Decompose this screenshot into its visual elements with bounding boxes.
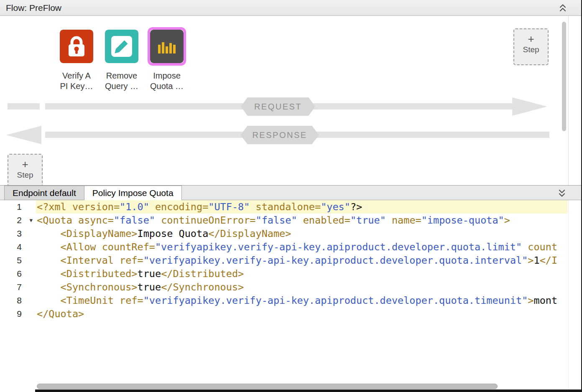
code-line-6[interactable]: 6 <Distributed>true</Distributed> <box>0 267 582 280</box>
line-gutter: 4 <box>0 240 36 254</box>
request-flow-line-start <box>8 103 40 109</box>
code-line-text: <?xml version="1.0" encoding="UTF-8" sta… <box>36 200 567 214</box>
code-line-text: </Quota> <box>36 307 567 321</box>
line-gutter: 1 <box>0 200 36 214</box>
code-line-4[interactable]: 4 <Allow countRef="verifyapikey.verify-a… <box>0 240 582 254</box>
window-edge-bottom <box>35 389 582 392</box>
plus-icon: + <box>22 159 28 170</box>
bars-icon <box>150 30 184 63</box>
line-gutter: 2▾ <box>0 214 36 227</box>
line-gutter: 3 <box>0 227 36 240</box>
tab-strip: Endpoint defaultPolicy Impose Quota <box>4 186 182 200</box>
code-lines: 1<?xml version="1.0" encoding="UTF-8" st… <box>0 200 582 321</box>
code-line-2[interactable]: 2▾<Quota async="false" continueOnError="… <box>0 214 582 227</box>
tab-endpoint-default[interactable]: Endpoint default <box>4 186 84 200</box>
policy-remove-query-param[interactable]: RemoveQuery … <box>105 30 138 63</box>
line-gutter: 7 <box>0 280 36 294</box>
code-line-text: <Synchronous>true</Synchronous> <box>36 280 567 294</box>
line-number: 8 <box>17 294 22 307</box>
flow-title-bar: Flow: PreFlow <box>0 0 582 16</box>
request-label: REQUEST <box>254 102 302 112</box>
code-line-text: <TimeUnit ref="verifyapikey.verify-api-k… <box>36 294 567 307</box>
lock-icon <box>60 30 93 63</box>
code-line-5[interactable]: 5 <Interval ref="verifyapikey.verify-api… <box>0 254 582 267</box>
policy-verify-api-key[interactable]: Verify API Key… <box>60 30 93 63</box>
code-line-text: <Allow countRef="verifyapikey.verify-api… <box>36 240 567 254</box>
response-label: RESPONSE <box>252 130 307 140</box>
code-editor[interactable]: 1<?xml version="1.0" encoding="UTF-8" st… <box>0 200 582 392</box>
collapse-editor-panel-button[interactable] <box>558 188 566 199</box>
line-number: 1 <box>17 200 22 214</box>
editor-right-divider <box>568 200 569 392</box>
pencil-icon <box>105 30 138 63</box>
step-label: Step <box>17 171 33 180</box>
line-number: 5 <box>17 254 22 267</box>
code-line-text: <Interval ref="verifyapikey.verify-api-k… <box>36 254 567 267</box>
plus-icon: + <box>528 33 534 44</box>
flow-vertical-scrollbar-thumb[interactable] <box>562 22 566 131</box>
step-label: Step <box>523 45 539 54</box>
double-chevron-down-icon <box>558 193 566 199</box>
code-line-text: <DisplayName>Impose Quota</DisplayName> <box>36 227 567 240</box>
line-number: 3 <box>17 227 22 240</box>
add-step-response-button[interactable]: + Step <box>8 154 43 186</box>
collapse-flow-panel-button[interactable] <box>559 3 567 14</box>
line-number: 4 <box>17 240 22 254</box>
flow-canvas: Verify API Key…RemoveQuery …ImposeQuota … <box>0 16 582 186</box>
editor-horizontal-scrollbar-thumb[interactable] <box>37 384 498 389</box>
code-line-text: <Distributed>true</Distributed> <box>36 267 567 280</box>
apigee-flow-editor: Flow: PreFlow Verify API Key…RemoveQuery… <box>0 0 582 392</box>
code-line-text: <Quota async="false" continueOnError="fa… <box>36 214 567 227</box>
fold-arrow-icon[interactable]: ▾ <box>29 214 33 227</box>
code-line-3[interactable]: 3 <DisplayName>Impose Quota</DisplayName… <box>0 227 582 240</box>
code-line-1[interactable]: 1<?xml version="1.0" encoding="UTF-8" st… <box>0 200 582 214</box>
line-number: 9 <box>17 307 22 321</box>
policy-row: Verify API Key…RemoveQuery …ImposeQuota … <box>60 30 184 63</box>
policy-label: ImposeQuota … <box>138 71 196 92</box>
response-arrow-icon <box>6 126 41 144</box>
request-arrow-icon <box>512 97 547 116</box>
line-gutter: 6 <box>0 267 36 280</box>
canvas-right-divider <box>568 16 569 185</box>
editor-tab-bar: Endpoint defaultPolicy Impose Quota <box>0 186 582 200</box>
add-step-request-button[interactable]: + Step <box>513 28 549 65</box>
request-banner: REQUEST <box>241 97 315 116</box>
code-line-7[interactable]: 7 <Synchronous>true</Synchronous> <box>0 280 582 294</box>
tab-policy-impose-quota[interactable]: Policy Impose Quota <box>84 186 182 200</box>
line-number: 6 <box>17 267 22 280</box>
line-gutter: 8 <box>0 294 36 307</box>
policy-impose-quota[interactable]: ImposeQuota … <box>150 30 184 63</box>
flow-title: Flow: PreFlow <box>6 0 61 15</box>
line-number: 7 <box>17 280 22 294</box>
code-line-8[interactable]: 8 <TimeUnit ref="verifyapikey.verify-api… <box>0 294 582 307</box>
double-chevron-up-icon <box>559 8 567 14</box>
code-line-9[interactable]: 9</Quota> <box>0 307 582 321</box>
line-gutter: 5 <box>0 254 36 267</box>
line-number: 2 <box>17 214 22 227</box>
line-gutter: 9 <box>0 307 36 321</box>
response-banner: RESPONSE <box>240 126 319 144</box>
